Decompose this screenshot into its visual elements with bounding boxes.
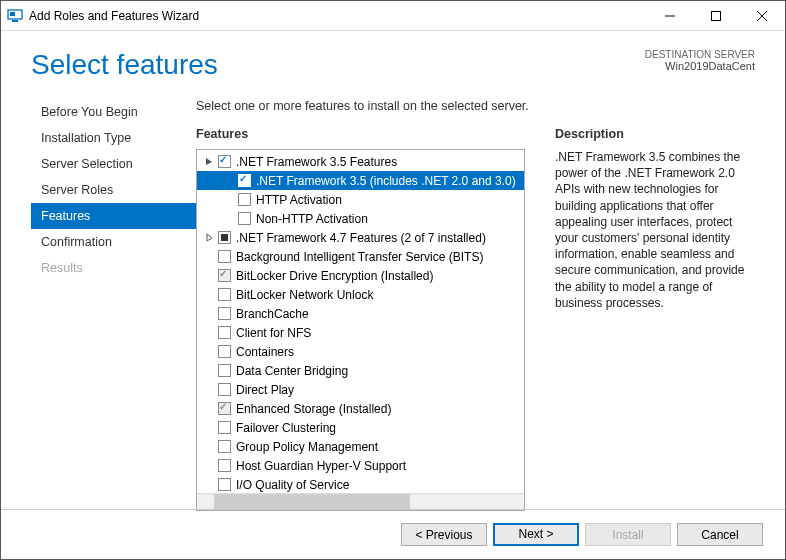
no-expander xyxy=(203,365,215,377)
feature-tree-item[interactable]: Failover Clustering xyxy=(197,418,524,437)
feature-tree-item[interactable]: .NET Framework 3.5 (includes .NET 2.0 an… xyxy=(197,171,524,190)
feature-label: BitLocker Drive Encryption (Installed) xyxy=(236,269,433,283)
feature-label: .NET Framework 4.7 Features (2 of 7 inst… xyxy=(236,231,486,245)
feature-tree-item[interactable]: Background Intelligent Transfer Service … xyxy=(197,247,524,266)
maximize-button[interactable] xyxy=(693,1,739,30)
feature-checkbox[interactable] xyxy=(218,155,231,168)
no-expander xyxy=(203,346,215,358)
feature-tree-item[interactable]: Host Guardian Hyper-V Support xyxy=(197,456,524,475)
feature-checkbox[interactable] xyxy=(218,269,231,282)
no-expander xyxy=(203,403,215,415)
install-button[interactable]: Install xyxy=(585,523,671,546)
feature-tree-item[interactable]: Enhanced Storage (Installed) xyxy=(197,399,524,418)
feature-checkbox[interactable] xyxy=(218,326,231,339)
feature-checkbox[interactable] xyxy=(218,459,231,472)
wizard-footer: < Previous Next > Install Cancel xyxy=(1,509,785,559)
titlebar: Add Roles and Features Wizard xyxy=(1,1,785,31)
instruction-text: Select one or more features to install o… xyxy=(196,99,755,113)
feature-checkbox[interactable] xyxy=(218,345,231,358)
feature-tree-item[interactable]: Group Policy Management xyxy=(197,437,524,456)
feature-label: .NET Framework 3.5 Features xyxy=(236,155,397,169)
page-title: Select features xyxy=(31,49,645,81)
feature-label: Failover Clustering xyxy=(236,421,336,435)
window-title: Add Roles and Features Wizard xyxy=(29,9,647,23)
feature-checkbox[interactable] xyxy=(218,250,231,263)
feature-checkbox[interactable] xyxy=(218,478,231,491)
feature-checkbox[interactable] xyxy=(218,383,231,396)
cancel-button[interactable]: Cancel xyxy=(677,523,763,546)
wizard-step[interactable]: Server Selection xyxy=(31,151,196,177)
destination-server-label: DESTINATION SERVER Win2019DataCent xyxy=(645,49,755,72)
feature-checkbox[interactable] xyxy=(238,174,251,187)
next-button[interactable]: Next > xyxy=(493,523,579,546)
feature-label: Data Center Bridging xyxy=(236,364,348,378)
wizard-step[interactable]: Server Roles xyxy=(31,177,196,203)
no-expander xyxy=(203,251,215,263)
features-tree[interactable]: .NET Framework 3.5 Features.NET Framewor… xyxy=(197,150,524,493)
wizard-step[interactable]: Installation Type xyxy=(31,125,196,151)
wizard-step[interactable]: Features xyxy=(31,203,196,229)
feature-label: Enhanced Storage (Installed) xyxy=(236,402,391,416)
no-expander xyxy=(203,327,215,339)
no-expander xyxy=(203,479,215,491)
wizard-step[interactable]: Confirmation xyxy=(31,229,196,255)
feature-checkbox[interactable] xyxy=(218,364,231,377)
feature-tree-item[interactable]: BitLocker Network Unlock xyxy=(197,285,524,304)
close-button[interactable] xyxy=(739,1,785,30)
minimize-button[interactable] xyxy=(647,1,693,30)
feature-tree-item[interactable]: Containers xyxy=(197,342,524,361)
description-pane-title: Description xyxy=(555,127,755,141)
horizontal-scrollbar[interactable] xyxy=(197,493,524,510)
feature-label: BranchCache xyxy=(236,307,309,321)
feature-tree-item[interactable]: .NET Framework 3.5 Features xyxy=(197,152,524,171)
features-pane-title: Features xyxy=(196,127,525,141)
no-expander xyxy=(203,384,215,396)
feature-label: Background Intelligent Transfer Service … xyxy=(236,250,483,264)
feature-tree-item[interactable]: HTTP Activation xyxy=(197,190,524,209)
previous-button[interactable]: < Previous xyxy=(401,523,487,546)
feature-label: Non-HTTP Activation xyxy=(256,212,368,226)
feature-checkbox[interactable] xyxy=(218,421,231,434)
feature-tree-item[interactable]: BranchCache xyxy=(197,304,524,323)
wizard-step: Results xyxy=(31,255,196,281)
feature-tree-item[interactable]: .NET Framework 4.7 Features (2 of 7 inst… xyxy=(197,228,524,247)
feature-tree-item[interactable]: BitLocker Drive Encryption (Installed) xyxy=(197,266,524,285)
server-manager-icon xyxy=(7,8,23,24)
feature-checkbox[interactable] xyxy=(218,307,231,320)
feature-checkbox[interactable] xyxy=(238,193,251,206)
feature-checkbox[interactable] xyxy=(218,231,231,244)
feature-label: BitLocker Network Unlock xyxy=(236,288,373,302)
description-text: .NET Framework 3.5 combines the power of… xyxy=(555,149,755,311)
feature-label: Direct Play xyxy=(236,383,294,397)
feature-tree-item[interactable]: Data Center Bridging xyxy=(197,361,524,380)
expand-icon[interactable] xyxy=(203,232,215,244)
no-expander xyxy=(203,422,215,434)
no-expander xyxy=(203,441,215,453)
no-expander xyxy=(223,213,235,225)
no-expander xyxy=(203,270,215,282)
feature-label: I/O Quality of Service xyxy=(236,478,349,492)
feature-checkbox[interactable] xyxy=(218,402,231,415)
no-expander xyxy=(203,308,215,320)
feature-tree-item[interactable]: Non-HTTP Activation xyxy=(197,209,524,228)
no-expander xyxy=(203,289,215,301)
no-expander xyxy=(223,194,235,206)
feature-label: Group Policy Management xyxy=(236,440,378,454)
feature-checkbox[interactable] xyxy=(218,288,231,301)
feature-tree-item[interactable]: Direct Play xyxy=(197,380,524,399)
feature-tree-item[interactable]: I/O Quality of Service xyxy=(197,475,524,493)
wizard-header: Select features DESTINATION SERVER Win20… xyxy=(1,31,785,91)
feature-label: Containers xyxy=(236,345,294,359)
feature-label: Host Guardian Hyper-V Support xyxy=(236,459,406,473)
feature-checkbox[interactable] xyxy=(218,440,231,453)
wizard-steps-sidebar: Before You BeginInstallation TypeServer … xyxy=(31,91,196,511)
feature-label: HTTP Activation xyxy=(256,193,342,207)
no-expander xyxy=(223,175,235,187)
feature-label: .NET Framework 3.5 (includes .NET 2.0 an… xyxy=(256,174,516,188)
wizard-step[interactable]: Before You Begin xyxy=(31,99,196,125)
feature-checkbox[interactable] xyxy=(238,212,251,225)
feature-tree-item[interactable]: Client for NFS xyxy=(197,323,524,342)
svg-rect-2 xyxy=(12,20,18,22)
collapse-icon[interactable] xyxy=(203,156,215,168)
svg-rect-1 xyxy=(10,12,15,16)
